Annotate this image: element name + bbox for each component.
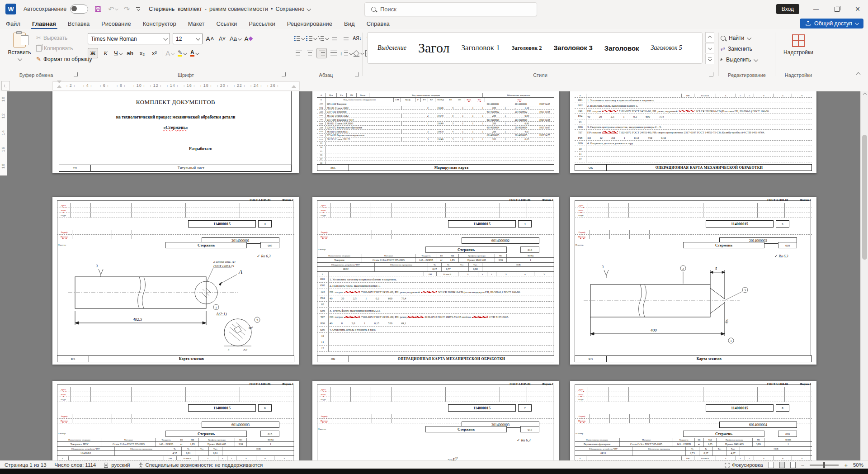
styles-scroll-down[interactable] bbox=[705, 43, 714, 53]
strikethrough-button[interactable]: ab bbox=[125, 48, 135, 58]
document-title[interactable]: Стержень_комплект - режим совместимости … bbox=[149, 6, 310, 12]
clipboard-dialog-launcher[interactable] bbox=[74, 72, 78, 76]
zoom-level[interactable]: 50% bbox=[853, 462, 863, 468]
language-indicator[interactable]: русский bbox=[104, 462, 130, 468]
web-layout-icon[interactable] bbox=[790, 462, 796, 468]
change-case-button[interactable]: Aa bbox=[230, 34, 241, 43]
align-right-button[interactable] bbox=[316, 48, 327, 58]
minimize-button[interactable]: — bbox=[806, 0, 826, 18]
styles-dialog-launcher[interactable] bbox=[709, 72, 713, 76]
align-left-button[interactable] bbox=[294, 48, 303, 58]
tab-вид[interactable]: Вид bbox=[338, 18, 361, 29]
page-5[interactable]: ГОСТ 3.1404-86Форма 3Дубл.Взам.Подп.1140… bbox=[312, 197, 559, 365]
tab-рисование[interactable]: Рисование bbox=[95, 18, 137, 29]
read-mode-icon[interactable] bbox=[769, 462, 774, 468]
style-item[interactable]: Заголовок 5 bbox=[651, 44, 682, 52]
style-item[interactable]: Заголовок 1 bbox=[461, 43, 500, 52]
zoom-knob[interactable] bbox=[823, 462, 825, 468]
search-input[interactable]: Поиск bbox=[364, 2, 537, 16]
tab-рассылки[interactable]: Рассылки bbox=[243, 18, 281, 29]
tab-конструктор[interactable]: Конструктор bbox=[137, 18, 182, 29]
clear-formatting-button[interactable]: A bbox=[243, 34, 253, 43]
style-item[interactable]: Заголовок bbox=[604, 44, 639, 52]
print-layout-icon[interactable] bbox=[779, 462, 785, 468]
scroll-up-icon[interactable] bbox=[863, 93, 867, 96]
vertical-ruler[interactable]: 1012141618 bbox=[0, 91, 7, 175]
select-button[interactable]: Выделить bbox=[721, 54, 773, 65]
font-color-button[interactable]: А bbox=[189, 48, 199, 58]
page-2[interactable]: АЦехУч.РМОпер.Код, наименование операции… bbox=[312, 91, 559, 173]
find-button[interactable]: Найти bbox=[721, 33, 773, 43]
zoom-slider[interactable] bbox=[810, 465, 839, 466]
restore-button[interactable] bbox=[826, 0, 847, 18]
autosave-toggle[interactable] bbox=[70, 5, 88, 14]
redo-icon[interactable]: ↷ bbox=[124, 5, 130, 14]
justify-button[interactable] bbox=[329, 48, 338, 58]
tab-вставка[interactable]: Вставка bbox=[62, 18, 95, 29]
font-size-select[interactable]: 12 bbox=[173, 33, 203, 44]
tab-справка[interactable]: Справка bbox=[361, 18, 396, 29]
font-dialog-launcher[interactable] bbox=[282, 72, 286, 76]
tab-файл[interactable]: Файл bbox=[0, 18, 26, 29]
font-family-select[interactable]: Times New Roman bbox=[88, 33, 170, 44]
vertical-scrollbar[interactable] bbox=[860, 91, 868, 460]
tab-рецензирование[interactable]: Рецензирование bbox=[281, 18, 338, 29]
undo-icon[interactable]: ↶ bbox=[108, 5, 117, 14]
share-button[interactable]: Общий доступ bbox=[800, 19, 863, 28]
addins-button[interactable]: Надстройки bbox=[776, 34, 821, 56]
highlight-button[interactable]: ✎ bbox=[177, 48, 187, 58]
accessibility-status[interactable]: Специальные возможности: не поддерживают… bbox=[138, 462, 263, 468]
styles-scroll-up[interactable] bbox=[705, 32, 714, 43]
superscript-button[interactable]: x² bbox=[150, 48, 159, 58]
multilevel-list-button[interactable] bbox=[318, 33, 328, 43]
replace-button[interactable]: ⇄Заменить bbox=[721, 43, 773, 54]
page-9[interactable]: ГОСТ 3.1404-86Форма 3Дубл.Взам.Подп.1140… bbox=[570, 381, 816, 460]
underline-button[interactable]: Ч bbox=[113, 48, 123, 58]
style-item[interactable]: Загол bbox=[418, 40, 449, 56]
paste-button[interactable]: Вставить bbox=[6, 33, 33, 62]
tab-главная[interactable]: Главная bbox=[26, 18, 62, 29]
right-indent-marker[interactable] bbox=[292, 85, 296, 88]
page-indicator[interactable]: Страница 1 из 13 bbox=[5, 462, 47, 468]
signin-button[interactable]: Вход bbox=[776, 4, 799, 14]
styles-more-button[interactable] bbox=[705, 54, 714, 64]
zoom-out-icon[interactable]: − bbox=[801, 462, 805, 469]
sort-button[interactable]: АЯ↓ bbox=[353, 33, 362, 43]
page-3[interactable]: РПИD или ВLtiSnVО011. Установить заготов… bbox=[570, 91, 816, 173]
page-8[interactable]: ГОСТ 3.1105-84Форма 7Дубл.Взам.Подп.1140… bbox=[312, 381, 559, 460]
paragraph-dialog-launcher[interactable] bbox=[355, 72, 359, 76]
tab-макет[interactable]: Макет bbox=[182, 18, 211, 29]
focus-mode-button[interactable]: Фокусировка bbox=[725, 462, 763, 468]
bullets-button[interactable] bbox=[294, 33, 304, 43]
subscript-button[interactable]: x₂ bbox=[137, 48, 147, 58]
quick-access-icon[interactable] bbox=[136, 7, 140, 10]
page-4[interactable]: ГОСТ 3.1105-84Форма 7Дубл.Взам.Подп.1140… bbox=[52, 197, 299, 365]
numbering-button[interactable] bbox=[306, 33, 316, 43]
word-count[interactable]: Число слов: 1114 bbox=[55, 462, 96, 468]
horizontal-ruler[interactable]: ı 2 ıı 4 ıı 6 ıı 8 ıı 10 ıı 12 ıı 14 ıı … bbox=[52, 81, 300, 90]
style-item[interactable]: Заголовок 2 bbox=[512, 45, 542, 52]
page-6[interactable]: ГОСТ 3.1105-84Форма 7Дубл.Взам.Подп.1140… bbox=[570, 197, 816, 365]
italic-button[interactable]: К bbox=[101, 48, 110, 58]
shrink-font-button[interactable]: A˅ bbox=[217, 34, 227, 43]
decrease-indent-button[interactable] bbox=[330, 33, 340, 43]
save-icon[interactable] bbox=[94, 5, 102, 13]
close-button[interactable]: ✕ bbox=[847, 0, 868, 18]
document-canvas[interactable]: 1012141618 КОМПЛЕКТ ДОКУМЕНТОВна техноло… bbox=[0, 91, 868, 460]
left-indent-marker[interactable] bbox=[57, 85, 61, 88]
collapse-ribbon-icon[interactable] bbox=[856, 72, 861, 77]
zoom-in-icon[interactable]: + bbox=[844, 462, 848, 469]
grow-font-button[interactable]: A˄ bbox=[205, 34, 215, 43]
text-effects-button[interactable]: A bbox=[165, 48, 175, 58]
bold-button[interactable]: Ж bbox=[88, 48, 98, 58]
increase-indent-button[interactable] bbox=[341, 33, 351, 43]
style-item[interactable]: Выделение bbox=[377, 44, 406, 52]
tab-selector[interactable]: ∟ bbox=[1, 81, 10, 90]
style-item[interactable]: Заголовок 3 bbox=[554, 44, 593, 52]
page-1[interactable]: КОМПЛЕКТ ДОКУМЕНТОВна технологический пр… bbox=[52, 91, 299, 173]
line-spacing-button[interactable]: ↕ bbox=[340, 48, 352, 58]
align-center-button[interactable] bbox=[305, 48, 315, 58]
scrollbar-thumb[interactable] bbox=[862, 135, 867, 260]
page-7[interactable]: ГОСТ 3.1404-86Форма 3Дубл.Взам.Подп.1140… bbox=[52, 381, 299, 460]
first-line-indent-marker[interactable] bbox=[57, 81, 61, 83]
